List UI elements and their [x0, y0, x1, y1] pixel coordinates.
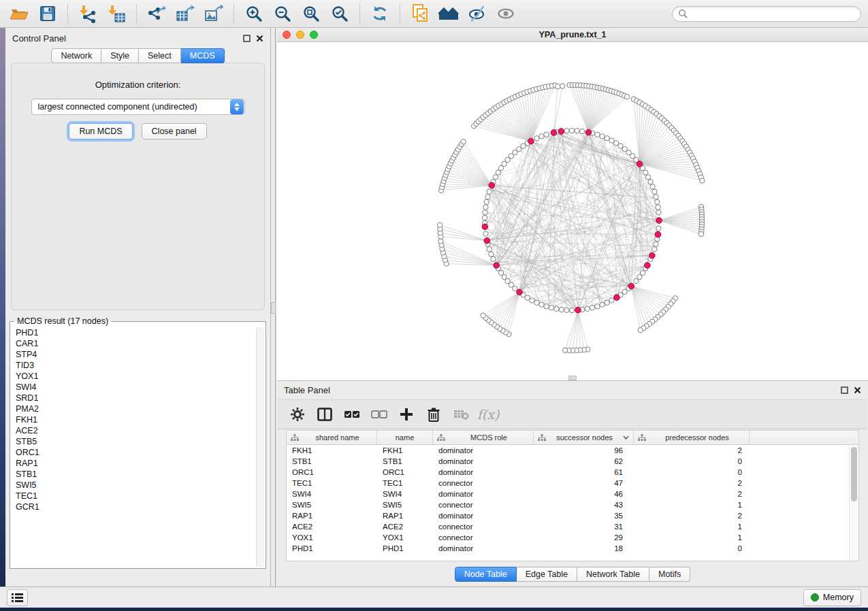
show-columns-button[interactable] [315, 403, 335, 426]
table-row[interactable]: RAP1RAP1dominator352 [287, 510, 858, 521]
export-network-button[interactable] [144, 2, 169, 25]
mcds-result-item[interactable]: TID3 [12, 360, 255, 371]
splitter-grip[interactable] [271, 302, 276, 314]
mcds-result-item[interactable]: STB1 [12, 469, 255, 480]
table-row[interactable]: YOX1YOX1connector291 [287, 532, 858, 543]
zoom-fit-button[interactable] [299, 2, 323, 25]
tab-style[interactable]: Style [101, 48, 139, 63]
table-row[interactable]: STB1STB1dominator620 [287, 456, 858, 467]
zoom-selected-button[interactable] [327, 2, 352, 25]
column-header-shared-name[interactable]: shared name [287, 431, 377, 444]
mcds-result-item[interactable]: FKH1 [12, 414, 255, 425]
tab-select[interactable]: Select [139, 48, 181, 63]
table-row[interactable]: SWI4SWI4dominator462 [287, 489, 858, 499]
mcds-result-item[interactable]: PHD1 [12, 327, 255, 338]
list-scrollbar[interactable] [256, 327, 264, 567]
search-input[interactable] [692, 7, 855, 20]
table-settings-button[interactable] [287, 403, 308, 426]
table-row[interactable]: FKH1FKH1dominator962 [287, 445, 858, 456]
network-canvas[interactable] [277, 42, 868, 380]
open-file-button[interactable] [7, 2, 31, 25]
control-panel-title: Control Panel [12, 33, 66, 44]
network-graph[interactable] [277, 42, 868, 380]
maximize-window-button[interactable] [310, 31, 318, 39]
table-scrollbar[interactable] [849, 446, 858, 561]
mcds-result-item[interactable]: SRD1 [12, 393, 255, 403]
delete-column-button[interactable] [423, 403, 444, 426]
function-builder-button[interactable]: f(x) [478, 403, 498, 426]
refresh-button[interactable] [368, 2, 392, 25]
table-row[interactable]: SWI5SWI5connector431 [287, 499, 858, 510]
tab-edge-table[interactable]: Edge Table [517, 567, 577, 582]
table-row[interactable]: ORC1ORC1dominator610 [287, 467, 858, 478]
mcds-result-item[interactable]: PMA2 [12, 403, 255, 414]
mcds-result-item[interactable]: GCR1 [12, 501, 255, 512]
snapshot-icon [411, 4, 430, 23]
horizontal-splitter-grip[interactable] [568, 376, 577, 380]
export-network-icon [147, 5, 166, 23]
mcds-result-item[interactable]: SWI4 [12, 382, 255, 393]
zoom-in-button[interactable] [242, 2, 266, 25]
column-header-successor-nodes[interactable]: successor nodes [534, 431, 634, 444]
tab-motifs[interactable]: Motifs [649, 567, 690, 582]
table-cell: 0 [634, 457, 750, 465]
table-cell: RAP1 [287, 512, 377, 520]
show-hidden-button[interactable] [494, 2, 518, 25]
table-cell: TEC1 [287, 479, 377, 487]
mcds-result-item[interactable]: TEC1 [12, 491, 255, 501]
column-header-name[interactable]: name [377, 431, 433, 444]
chevron-updown-icon [230, 99, 244, 114]
hide-selected-button[interactable] [465, 2, 489, 25]
select-all-columns-button[interactable] [342, 403, 362, 426]
column-type-icon [538, 434, 546, 442]
control-panel-tabs: NetworkStyleSelectMCDS [51, 48, 224, 63]
mcds-result-item[interactable]: ACE2 [12, 425, 255, 436]
export-image-button[interactable] [202, 2, 226, 25]
network-snapshot-button[interactable] [408, 2, 432, 25]
float-panel-icon[interactable] [841, 386, 848, 394]
table-cell: 96 [534, 446, 634, 455]
column-header-predecessor-nodes[interactable]: predecessor nodes [634, 431, 750, 444]
delete-table-button[interactable] [451, 403, 471, 426]
tab-node-table[interactable]: Node Table [455, 567, 517, 582]
table-row[interactable]: ACE2ACE2connector311 [287, 521, 858, 532]
homes-button[interactable] [436, 2, 461, 25]
tab-network[interactable]: Network [51, 48, 101, 63]
status-bar: Memory [0, 587, 868, 608]
mcds-panel: Optimization criterion: largest connecte… [11, 63, 265, 310]
table-scrollbar-thumb[interactable] [851, 447, 857, 501]
mcds-result-item[interactable]: ORC1 [12, 447, 255, 458]
table-cell: 46 [534, 490, 634, 498]
column-header-MCDS-role[interactable]: MCDS role [433, 431, 534, 444]
mcds-result-item[interactable]: YOX1 [12, 371, 255, 382]
import-network-button[interactable] [76, 2, 100, 25]
unselect-all-columns-button[interactable] [369, 403, 389, 426]
mcds-result-item[interactable]: STB5 [12, 436, 255, 447]
create-column-button[interactable] [396, 403, 417, 426]
tab-mcds[interactable]: MCDS [181, 48, 225, 63]
close-panel-button[interactable]: Close panel [142, 123, 207, 139]
import-table-button[interactable] [104, 2, 129, 25]
mcds-result-item[interactable]: SWI5 [12, 480, 255, 491]
mcds-result-item[interactable]: RAP1 [12, 458, 255, 469]
tab-network-table[interactable]: Network Table [577, 567, 649, 582]
task-history-button[interactable] [7, 589, 28, 606]
save-button[interactable] [35, 2, 60, 25]
float-panel-icon[interactable] [243, 35, 251, 42]
close-panel-icon[interactable] [854, 386, 861, 394]
memory-button[interactable]: Memory [803, 589, 861, 606]
optimization-select[interactable]: largest connected component (undirected) [31, 99, 245, 115]
table-row[interactable]: TEC1TEC1connector472 [287, 478, 858, 489]
zoom-out-button[interactable] [270, 2, 295, 25]
mcds-result-item[interactable]: STP4 [12, 349, 255, 360]
mcds-result-list[interactable]: PHD1CAR1STP4TID3YOX1SWI4SRD1PMA2FKH1ACE2… [12, 327, 255, 567]
close-window-button[interactable] [283, 31, 291, 39]
toolbar-separator [359, 4, 360, 23]
close-panel-icon[interactable] [256, 35, 263, 42]
control-panel: Control Panel NetworkStyleSelectMCDS Opt… [5, 28, 271, 587]
mcds-result-item[interactable]: CAR1 [12, 338, 255, 349]
export-table-button[interactable] [173, 2, 197, 25]
table-row[interactable]: PHD1PHD1dominator180 [287, 543, 858, 554]
run-mcds-button[interactable]: Run MCDS [69, 123, 132, 139]
minimize-window-button[interactable] [296, 31, 304, 39]
